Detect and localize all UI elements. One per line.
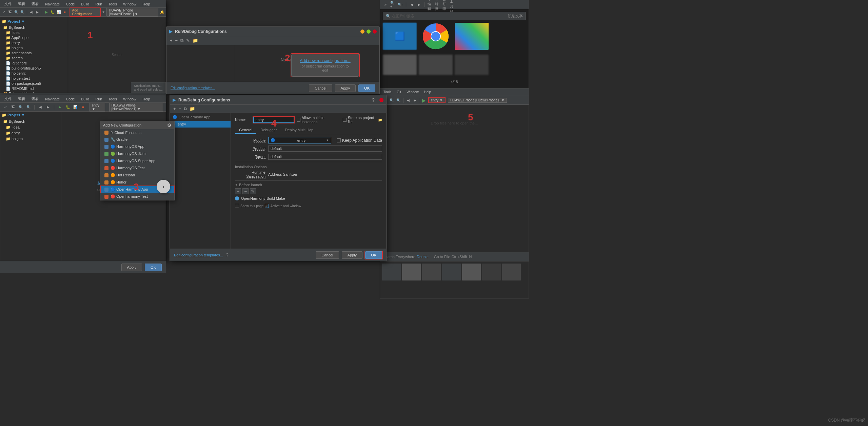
- search-everywhere-btn[interactable]: Search Everywhere: [383, 255, 415, 259]
- menu-build[interactable]: Build: [80, 2, 91, 6]
- rds-cancel-btn[interactable]: Cancel: [309, 84, 332, 92]
- bri-help[interactable]: Help: [423, 90, 433, 94]
- bl-add-btn[interactable]: +: [235, 188, 241, 194]
- device-badge[interactable]: HUAWEI Phone [HuaweiPhone1] ▼: [106, 8, 158, 17]
- lp-ok-btn[interactable]: OK: [145, 264, 162, 271]
- rp-forward-icon[interactable]: ▶: [416, 2, 422, 7]
- rds-copy-btn[interactable]: ⧉: [180, 38, 184, 43]
- dropdown-harmonyos-junit[interactable]: 🟢 HarmonyOS JUnit: [100, 150, 174, 157]
- menu-code[interactable]: Code: [64, 2, 76, 6]
- keep-app-data-checkbox[interactable]: Keep Application Data: [337, 138, 382, 143]
- add-new-config-highlighted[interactable]: Add new run configuration... or select r…: [291, 54, 359, 77]
- arrow-down-icon[interactable]: ▼: [102, 10, 105, 14]
- tree-item-apphap[interactable]: 📁 AppScope: [2, 35, 66, 40]
- lp-menu-navigate[interactable]: Navigate: [44, 97, 61, 101]
- bri-forward-icon[interactable]: ▶: [412, 98, 418, 103]
- lp-tree-holgen[interactable]: 📁 holgen: [0, 136, 61, 142]
- run-icon run-icon-green[interactable]: ▶: [44, 9, 49, 15]
- rds-apply-btn[interactable]: Apply: [335, 84, 356, 92]
- tree-item-bg[interactable]: 📁 BgSearch: [2, 25, 66, 30]
- debug-icon[interactable]: 🐛: [50, 9, 55, 15]
- lp-tree-entry[interactable]: 📁 entry: [0, 130, 61, 136]
- stop-icon[interactable]: ■: [62, 9, 67, 15]
- back-icon[interactable]: ◀: [29, 9, 34, 15]
- strip-thumb-7[interactable]: [502, 264, 521, 280]
- store-as-project-checkbox[interactable]: Store as project file 📁: [343, 116, 382, 124]
- tree-item-screenshots[interactable]: 📁 screenshots: [2, 51, 66, 56]
- edit-templates-link[interactable]: Edit configuration templates...: [174, 253, 223, 257]
- name-input[interactable]: [253, 117, 294, 123]
- ok-btn[interactable]: OK: [365, 251, 382, 259]
- dropdown-openharmony-test[interactable]: 🔴 Openharmony Test: [100, 193, 174, 200]
- tree-item-ext-libs[interactable]: 📁 External Libraries: [2, 91, 66, 93]
- lp-menu-view[interactable]: 查看: [30, 96, 40, 101]
- lp-menu-edit[interactable]: 编辑: [17, 96, 27, 101]
- strip-thumb-4[interactable]: [442, 264, 461, 280]
- help-btn[interactable]: ?: [226, 252, 229, 258]
- lp-menu-file[interactable]: 文件: [3, 96, 13, 101]
- menu-tools[interactable]: Tools: [107, 2, 118, 6]
- bri-zoomout-icon[interactable]: 🔍: [396, 98, 401, 103]
- lp-tree-bgsearch[interactable]: 📁 BgSearch: [0, 119, 61, 124]
- expand-icon[interactable]: ⤢: [2, 9, 6, 15]
- mrd-folder-btn[interactable]: 📁: [189, 106, 196, 111]
- lp-zoomout-icon[interactable]: 🔍: [26, 104, 31, 110]
- img-thumb-colorful[interactable]: [455, 23, 489, 50]
- tree-item-entry[interactable]: 📁 entry: [2, 40, 66, 45]
- bri-config-badge[interactable]: entry ▼: [429, 98, 445, 103]
- rds-add-btn[interactable]: +: [169, 38, 173, 43]
- tree-item-holgentest[interactable]: 📄 holgen.test: [2, 76, 66, 81]
- edit-templates-link[interactable]: Edit configuration templates...: [171, 86, 215, 90]
- dropdown-hot-reload[interactable]: 🟠 Hot Reload: [100, 172, 174, 179]
- mrd-tree-entry[interactable]: ▶ entry: [170, 121, 231, 128]
- bri-window[interactable]: Window: [405, 90, 420, 94]
- lp-tree-idea[interactable]: 📁 .idea: [0, 124, 61, 130]
- tree-item-readme[interactable]: 📄 README.md: [2, 86, 66, 91]
- tab-deploy-multi[interactable]: Deploy Multi Hap: [281, 127, 317, 134]
- lp-debug-icon[interactable]: 🐛: [65, 104, 70, 110]
- lp-menu-tools[interactable]: Tools: [107, 97, 118, 101]
- rp-convert-icon[interactable]: ↔ 转换: [435, 2, 440, 7]
- menu-help[interactable]: Help: [141, 2, 152, 6]
- help-icon[interactable]: ?: [372, 97, 375, 103]
- tree-item-oh-package[interactable]: 📄 oh-package.json5: [2, 81, 66, 86]
- strip-thumb-3[interactable]: [422, 264, 441, 280]
- mrd-copy-btn[interactable]: ⧉: [183, 106, 188, 112]
- before-launch-triangle[interactable]: ▼: [235, 183, 238, 187]
- rp-back-icon[interactable]: ◀: [409, 2, 414, 7]
- lp-menu-help[interactable]: Help: [141, 97, 152, 101]
- rds-edit-btn[interactable]: ✎: [185, 38, 191, 43]
- img-thumb-chrome[interactable]: [419, 23, 453, 50]
- lp-apply-btn[interactable]: Apply: [121, 264, 142, 271]
- lp-menu-window[interactable]: Window: [122, 97, 138, 101]
- bri-zoomin-icon[interactable]: 🔍: [389, 98, 394, 103]
- show-page-checkbox[interactable]: Show this page: [235, 204, 263, 208]
- tree-item-gitignore[interactable]: 📄 .gitignore: [2, 61, 66, 66]
- mrd-add-btn[interactable]: +: [173, 106, 177, 111]
- apply-btn[interactable]: Apply: [342, 251, 363, 259]
- lp-device-badge[interactable]: HUAWEI Phone [HuaweiPhone1] ▼: [109, 103, 163, 112]
- tree-item-src[interactable]: 📁 .idea: [2, 30, 66, 35]
- strip-thumb-5[interactable]: [462, 264, 481, 280]
- mrd-minus-btn[interactable]: −: [178, 106, 182, 111]
- tree-item-buildprofile[interactable]: 📄 build-profile.json5: [2, 66, 66, 71]
- bri-back-icon[interactable]: ◀: [406, 98, 411, 103]
- lp-menu-build[interactable]: Build: [80, 97, 91, 101]
- bri-tools[interactable]: Tools: [382, 90, 393, 94]
- allow-multiple-checkbox[interactable]: Allow multiple instances: [297, 116, 337, 124]
- menu-navigate[interactable]: Navigate: [44, 2, 61, 6]
- bl-minus-btn[interactable]: −: [242, 188, 249, 194]
- strip-thumb-6[interactable]: [482, 264, 501, 280]
- dropdown-cloud-functions[interactable]: fx Cloud Functions: [100, 129, 174, 136]
- rds-minus-btn[interactable]: −: [175, 38, 179, 43]
- menu-run[interactable]: Run: [94, 2, 103, 6]
- lp-config-badge[interactable]: entry ▼: [90, 103, 105, 112]
- mrd-close-btn[interactable]: [379, 98, 383, 102]
- next-arrow-btn[interactable]: ›: [157, 180, 170, 193]
- lp-build-icon[interactable]: 🏗: [11, 104, 16, 110]
- tree-item-holgen[interactable]: 📁 holgen: [2, 45, 66, 51]
- add-new-main-text[interactable]: Add new run configuration...: [298, 58, 352, 63]
- menu-view[interactable]: 查看: [30, 1, 40, 6]
- lp-back-icon[interactable]: ◀: [38, 104, 43, 110]
- close-btn[interactable]: [373, 30, 377, 34]
